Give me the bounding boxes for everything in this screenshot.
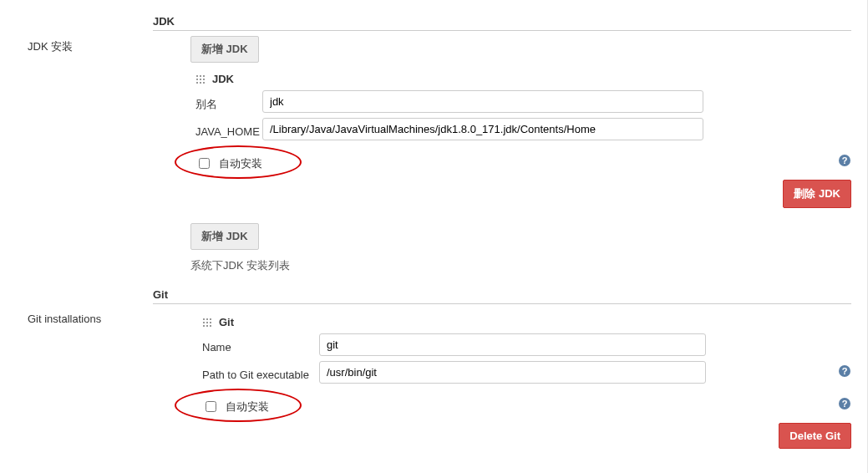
- label-alias: 别名: [195, 92, 262, 112]
- section-heading-git: Git: [153, 285, 851, 304]
- label-jdk-install: JDK 安装: [17, 31, 190, 54]
- svg-text:?: ?: [842, 399, 848, 409]
- add-jdk-button-bottom[interactable]: 新增 JDK: [190, 223, 259, 250]
- jdk-javahome-input[interactable]: [262, 118, 703, 140]
- svg-text:?: ?: [842, 155, 848, 165]
- git-name-input[interactable]: [319, 333, 706, 356]
- help-icon[interactable]: ?: [838, 397, 851, 410]
- label-auto-install: 自动安装: [219, 156, 262, 171]
- help-icon[interactable]: ?: [838, 364, 851, 378]
- section-heading-jdk: JDK: [153, 12, 851, 31]
- jdk-alias-input[interactable]: [262, 90, 703, 113]
- add-jdk-button-top[interactable]: 新增 JDK: [190, 36, 259, 63]
- jdk-auto-install-checkbox[interactable]: [199, 158, 210, 169]
- git-block-title: Git: [219, 316, 234, 328]
- jdk-list-caption: 系统下JDK 安装列表: [190, 258, 851, 273]
- delete-jdk-button[interactable]: 删除 JDK: [783, 180, 851, 208]
- delete-git-button[interactable]: Delete Git: [779, 423, 851, 449]
- git-path-input[interactable]: [319, 361, 706, 384]
- label-git-installations: Git installations: [17, 304, 190, 325]
- drag-handle-icon[interactable]: [202, 318, 212, 328]
- help-icon[interactable]: ?: [838, 154, 851, 167]
- label-git-name: Name: [202, 336, 319, 353]
- label-auto-install: 自动安装: [226, 399, 269, 415]
- label-java-home: JAVA_HOME: [195, 120, 262, 138]
- git-auto-install-checkbox[interactable]: [206, 401, 216, 412]
- jdk-block-title: JDK: [212, 73, 234, 85]
- svg-text:?: ?: [842, 366, 848, 376]
- drag-handle-icon[interactable]: [195, 74, 206, 84]
- label-git-path: Path to Git executable: [202, 364, 319, 381]
